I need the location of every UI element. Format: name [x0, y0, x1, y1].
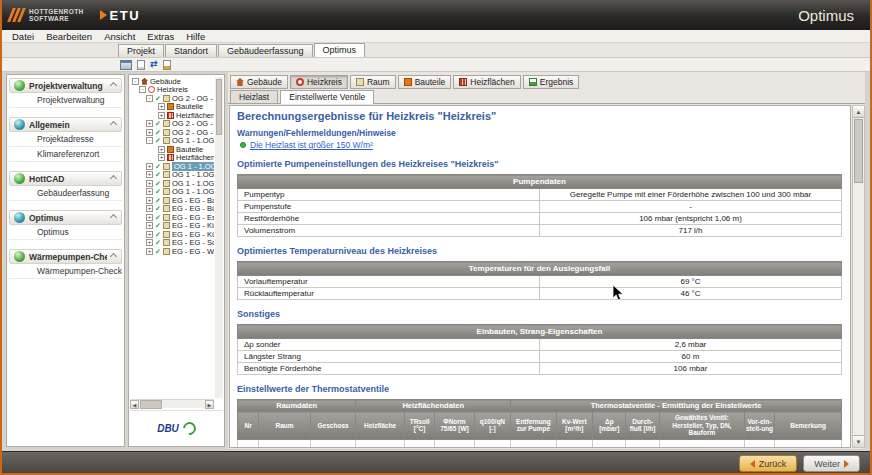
next-button[interactable]: Weiter [803, 455, 860, 472]
transfer-icon[interactable]: ⇄ [150, 60, 158, 69]
tab-gebaeude[interactable]: Gebäude [230, 75, 288, 89]
expand-icon[interactable]: + [146, 222, 153, 229]
temp-section-heading: Optimiertes Temperaturniveau des Heizkre… [237, 246, 850, 256]
scroll-up-icon[interactable]: ▲ [853, 106, 864, 118]
scrollbar-thumb[interactable] [216, 79, 222, 135]
tab-heizkreis[interactable]: Heizkreis [290, 75, 348, 89]
expand-icon[interactable]: + [146, 231, 153, 238]
sidebar-item-waermepumpen-check[interactable]: Wärmepumpen-Check [9, 264, 122, 279]
expand-icon[interactable]: + [146, 171, 153, 178]
tree-item-room[interactable]: + ✓ EG - EG - Wohnzimmer [131, 247, 214, 256]
tab-gebaeudeerfassung[interactable]: Gebäudeerfassung [218, 44, 313, 57]
tree-horizontal-scrollbar[interactable]: ◀ ▶ [130, 399, 214, 408]
tree-item-room[interactable]: + ✓ EG - EG - Schlafzimmer [131, 239, 214, 248]
sidebar-section-label: Projektverwaltung [29, 81, 107, 91]
expand-icon[interactable]: + [146, 239, 153, 246]
tree-item-heizkreis[interactable]: - Heizkreis [131, 86, 214, 95]
tree-item-room[interactable]: - ✓ OG 1 - 1.OG - Bad [131, 137, 214, 146]
hottcad-icon [14, 173, 25, 184]
collapse-icon[interactable]: - [139, 86, 146, 93]
expand-icon[interactable]: + [146, 188, 153, 195]
expand-icon[interactable]: + [146, 163, 153, 170]
tree-item-room[interactable]: + ✓ EG - EG - Küche [131, 230, 214, 239]
room-icon [163, 129, 170, 136]
tree-item-bauteile[interactable]: + Bauteile [131, 145, 214, 154]
expand-icon[interactable]: + [158, 112, 165, 119]
sidebar-item-klimareferenzort[interactable]: Klimareferenzort [9, 147, 122, 162]
subtab-heizlast[interactable]: Heizlast [230, 90, 278, 103]
tree-item-room[interactable]: + ✓ OG 1 - 1.OG - Wohnzimmer [131, 188, 214, 197]
tab-bauteile[interactable]: Bauteile [398, 75, 452, 89]
scrollbar-thumb[interactable] [140, 400, 162, 409]
tree-item-room-selected[interactable]: + ✓ OG 1 - 1.OG - Esszimmer [131, 162, 214, 171]
expand-icon[interactable]: + [146, 180, 153, 187]
table-header: Pumpendaten [238, 175, 842, 189]
sidebar-item-projektadresse[interactable]: Projektadresse [9, 132, 122, 147]
menu-hilfe[interactable]: Hilfe [180, 31, 211, 42]
tab-projekt[interactable]: Projekt [118, 44, 164, 57]
sidebar-item-optimus[interactable]: Optimus [9, 225, 122, 240]
tree-item-gebaeude[interactable]: - Gebäude [131, 77, 214, 86]
tab-raum[interactable]: Raum [350, 75, 396, 89]
tree-item-bauteile[interactable]: + Bauteile [131, 103, 214, 112]
expand-icon[interactable]: + [146, 197, 153, 204]
expand-icon[interactable]: + [146, 248, 153, 255]
waermepumpen-icon [14, 251, 25, 262]
tree-item-room[interactable]: + ✓ OG 1 - 1.OG - Flur [131, 171, 214, 180]
tree-item-room[interactable]: - ✓ OG 2 - OG - Bad [131, 94, 214, 103]
results-view: Berechnungsergebnisse für Heizkreis "Hei… [229, 105, 851, 448]
tree-item-room[interactable]: + ✓ OG 2 - OG - Kinderzimmer [131, 120, 214, 129]
tree-item-heizflaechen[interactable]: + Heizflächen [131, 154, 214, 163]
tab-heizflaechen[interactable]: Heizflächen [453, 75, 520, 89]
expand-icon[interactable]: + [146, 205, 153, 212]
scrollbar-thumb[interactable] [854, 119, 863, 183]
sidebar-item-gebaeudeerfassung[interactable]: Gebäudeerfassung [9, 186, 122, 201]
tree-item-room[interactable]: + ✓ OG 2 - OG - Schlafzimmer [131, 128, 214, 137]
expand-icon[interactable]: + [158, 146, 165, 153]
sidebar-section-allgemein[interactable]: Allgemein [9, 117, 122, 132]
scroll-right-icon[interactable]: ▶ [205, 400, 214, 409]
tree-item-heizflaechen[interactable]: + Heizflächen [131, 111, 214, 120]
expand-icon[interactable]: + [158, 154, 165, 161]
tab-ergebnis[interactable]: Ergebnis [523, 75, 580, 89]
menu-datei[interactable]: Datei [6, 31, 40, 42]
tab-standort[interactable]: Standort [165, 44, 217, 57]
tree-item-label: EG - EG - Esszimmer [172, 213, 214, 222]
collapse-icon[interactable]: - [146, 95, 153, 102]
tree-item-room[interactable]: + ✓ EG - EG - Büro [131, 205, 214, 214]
check-icon: ✓ [155, 163, 161, 170]
expand-icon[interactable]: + [146, 214, 153, 221]
tree-item-room[interactable]: + ✓ EG - EG - Esszimmer [131, 213, 214, 222]
tree-item-room[interactable]: + ✓ EG - EG - Bad [131, 196, 214, 205]
window-icon[interactable] [120, 60, 132, 70]
scroll-down-icon[interactable]: ▼ [853, 435, 864, 447]
sidebar-section-projektverwaltung[interactable]: Projektverwaltung [9, 78, 122, 93]
sidebar-section-waermepumpen-check[interactable]: Wärmepumpen-Check [9, 249, 122, 264]
tab-label: Heizkreis [307, 77, 342, 87]
expand-icon[interactable]: + [158, 103, 165, 110]
sidebar-section-hottcad[interactable]: HottCAD [9, 171, 122, 186]
warning-link[interactable]: Die Heizlast ist größer 150 W/m² [250, 140, 373, 150]
report-icon[interactable] [163, 60, 171, 70]
sidebar-section-optimus[interactable]: Optimus [9, 210, 122, 225]
menu-extras[interactable]: Extras [141, 31, 180, 42]
expand-icon[interactable]: + [146, 120, 153, 127]
tab-optimus[interactable]: Optimus [314, 43, 366, 57]
menu-ansicht[interactable]: Ansicht [98, 31, 141, 42]
back-button[interactable]: Zurück [739, 455, 798, 472]
tree-vertical-scrollbar[interactable] [215, 77, 223, 398]
scroll-left-icon[interactable]: ◀ [130, 400, 139, 409]
expand-icon[interactable]: + [146, 129, 153, 136]
logo-line2: SOFTWARE [29, 15, 69, 22]
tree-item-room[interactable]: + ✓ EG - EG - Kinderzimmer [131, 222, 214, 231]
subtab-einstellwerte-ventile[interactable]: Einstellwerte Ventile [280, 90, 374, 104]
content-vertical-scrollbar[interactable]: ▲ ▼ [852, 105, 865, 448]
chevron-up-icon [110, 121, 117, 128]
collapse-icon[interactable]: - [132, 78, 139, 85]
sidebar-item-projektverwaltung[interactable]: Projektverwaltung [9, 93, 122, 108]
row-label: Vorlauftemperatur [238, 276, 540, 288]
tree-item-room[interactable]: + ✓ OG 1 - 1.OG - Küche [131, 179, 214, 188]
form-icon[interactable] [137, 60, 145, 70]
collapse-icon[interactable]: - [146, 137, 153, 144]
menu-bearbeiten[interactable]: Bearbeiten [40, 31, 98, 42]
